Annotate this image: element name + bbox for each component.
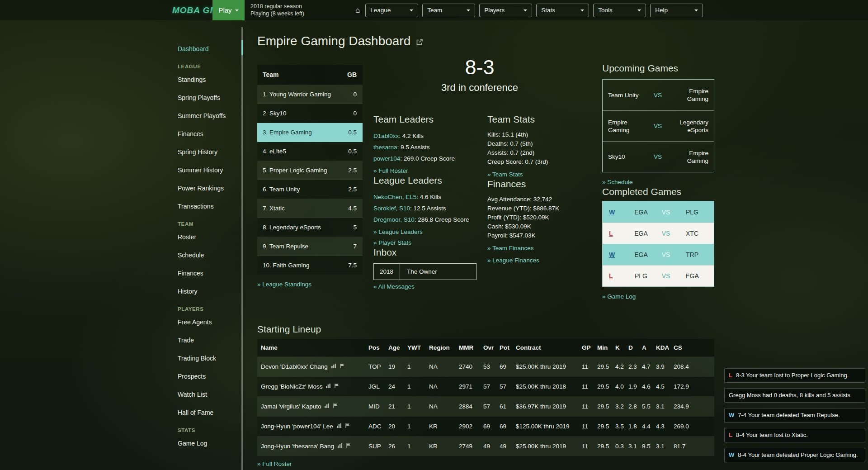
lineup-col-pot[interactable]: Pot xyxy=(496,339,512,357)
team-finances-link[interactable]: » Team Finances xyxy=(487,244,606,252)
lineup-col-k[interactable]: K xyxy=(612,339,625,357)
standings-row[interactable]: 6. Team Unity2.5 xyxy=(257,180,363,199)
sidebar-item-prospects[interactable]: Prospects xyxy=(166,367,241,385)
full-roster-link[interactable]: » Full Roster xyxy=(373,166,487,175)
lineup-col-a[interactable]: A xyxy=(638,339,652,357)
menu-tools[interactable]: Tools xyxy=(593,4,646,17)
standings-row[interactable]: 5. Proper Logic Gaming2.5 xyxy=(257,161,363,180)
external-link-icon[interactable] xyxy=(416,38,423,46)
standings-team[interactable]: 1. Young Warrior Gaming xyxy=(257,85,341,104)
sidebar-item-free-agents[interactable]: Free Agents xyxy=(166,313,241,331)
standings-row[interactable]: 1. Young Warrior Gaming0 xyxy=(257,85,363,104)
notification-toast[interactable]: L8-4 Your team lost to Xtatic. xyxy=(724,428,865,442)
sidebar-item-power-rankings[interactable]: Power Rankings xyxy=(166,179,241,197)
sidebar-item-dashboard[interactable]: Dashboard xyxy=(166,40,241,58)
lineup-col-cs[interactable]: CS xyxy=(670,339,714,357)
standings-team[interactable]: 7. Xtatic xyxy=(257,199,341,218)
league-leaders-link[interactable]: » League Leaders xyxy=(373,228,487,236)
lineup-col-pos[interactable]: Pos xyxy=(365,339,385,357)
bar-chart-icon[interactable] xyxy=(336,423,342,430)
flag-icon[interactable] xyxy=(333,403,338,410)
notification-toast[interactable]: L8-3 Your team lost to Proper Logic Gami… xyxy=(724,368,865,383)
game-result-link[interactable]: W xyxy=(609,251,627,258)
player-link[interactable]: D1abl0xx xyxy=(373,133,399,139)
sidebar-item-roster[interactable]: Roster xyxy=(166,228,241,246)
completed-game-row[interactable]: LPLGVSEGA xyxy=(603,265,714,286)
lineup-col-min[interactable]: Min xyxy=(594,339,612,357)
game-log-link[interactable]: » Game Log xyxy=(602,292,714,301)
sidebar-item-summer-playoffs[interactable]: Summer Playoffs xyxy=(166,107,241,125)
lineup-col-age[interactable]: Age xyxy=(385,339,404,357)
flag-icon[interactable] xyxy=(345,423,350,430)
flag-icon[interactable] xyxy=(346,443,351,450)
game-result-link[interactable]: L xyxy=(609,272,627,280)
app-logo[interactable]: MOBA GM xyxy=(172,0,217,20)
bar-chart-icon[interactable] xyxy=(337,443,343,450)
standings-row[interactable]: 3. Empire Gaming0.5 xyxy=(257,123,363,142)
menu-help[interactable]: Help xyxy=(650,4,703,17)
game-result-link[interactable]: L xyxy=(609,230,627,237)
standings-team[interactable]: 8. Legendary eSports xyxy=(257,218,341,237)
flag-icon[interactable] xyxy=(340,363,345,370)
menu-team[interactable]: Team xyxy=(422,4,475,17)
play-button[interactable]: Play xyxy=(212,0,245,20)
player-name-link[interactable]: Jong-Hyun 'thesarna' Bang xyxy=(261,443,334,450)
home-team-link[interactable]: Team Unity xyxy=(608,91,646,99)
player-name-link[interactable]: Jamal 'virgilus' Kaputo xyxy=(261,403,321,410)
menu-league[interactable]: League xyxy=(365,4,418,17)
player-link[interactable]: Dregmoor, S10 xyxy=(373,216,415,223)
sidebar-item-game-log[interactable]: Game Log xyxy=(166,434,241,452)
sidebar-scrollbar[interactable] xyxy=(241,27,243,470)
standings-row[interactable]: 4. eLite50.5 xyxy=(257,142,363,161)
league-finances-link[interactable]: » League Finances xyxy=(487,256,606,265)
sidebar-item-standings[interactable]: Standings xyxy=(166,71,241,89)
bar-chart-icon[interactable] xyxy=(324,403,330,410)
lineup-col-contract[interactable]: Contract xyxy=(512,339,578,357)
sidebar-item-finances[interactable]: Finances xyxy=(166,125,241,143)
sidebar-item-trading-block[interactable]: Trading Block xyxy=(166,349,241,367)
player-link[interactable]: power104 xyxy=(373,155,400,162)
standings-team[interactable]: 2. Sky10 xyxy=(257,104,341,123)
schedule-link[interactable]: » Schedule xyxy=(602,178,714,186)
inbox-message-row[interactable]: 2018 The Owner xyxy=(373,263,476,280)
sidebar-item-trade[interactable]: Trade xyxy=(166,331,241,349)
inbox-sender[interactable]: The Owner xyxy=(400,264,444,280)
notification-toast[interactable]: W8-4 Your team defeated Proper Logic Gam… xyxy=(724,448,865,462)
away-team-link[interactable]: Empire Gaming xyxy=(670,87,708,103)
menu-players[interactable]: Players xyxy=(479,4,532,17)
standings-team[interactable]: 6. Team Unity xyxy=(257,180,341,199)
lineup-col-mmr[interactable]: MMR xyxy=(455,339,480,357)
notification-toast[interactable]: W7-4 Your team defeated Team Repulse. xyxy=(724,408,865,423)
standings-team[interactable]: 9. Team Repulse xyxy=(257,237,341,256)
lineup-col-ovr[interactable]: Ovr xyxy=(480,339,496,357)
lineup-col-ywt[interactable]: YWT xyxy=(404,339,425,357)
game-result-link[interactable]: W xyxy=(609,209,627,216)
away-team-link[interactable]: Empire Gaming xyxy=(670,149,708,165)
scrollbar-thumb[interactable] xyxy=(241,40,243,55)
standings-row[interactable]: 2. Sky100 xyxy=(257,104,363,123)
sidebar-item-watch-list[interactable]: Watch List xyxy=(166,385,241,404)
player-link[interactable]: NekoChen, EL5 xyxy=(373,194,416,200)
player-name-link[interactable]: Devon 'D1abl0xx' Chang xyxy=(261,363,328,370)
standings-team[interactable]: 3. Empire Gaming xyxy=(257,123,341,142)
player-link[interactable]: thesarna xyxy=(373,144,397,151)
sidebar-item-history[interactable]: History xyxy=(166,282,241,300)
lineup-col-region[interactable]: Region xyxy=(425,339,455,357)
lineup-col-kda[interactable]: KDA xyxy=(652,339,670,357)
league-standings-link[interactable]: » League Standings xyxy=(257,280,363,289)
sidebar-item-spring-playoffs[interactable]: Spring Playoffs xyxy=(166,89,241,107)
sidebar-item-schedule[interactable]: Schedule xyxy=(166,246,241,264)
standings-team[interactable]: 10. Faith Gaming xyxy=(257,256,341,275)
player-name-link[interactable]: Jong-Hyun 'power104' Lee xyxy=(261,423,333,430)
completed-game-row[interactable]: WEGAVSTRP xyxy=(603,244,714,265)
team-stats-link[interactable]: » Team Stats xyxy=(487,170,606,179)
lineup-col-name[interactable]: Name xyxy=(257,339,365,357)
flag-icon[interactable] xyxy=(334,383,340,390)
standings-row[interactable]: 9. Team Repulse7 xyxy=(257,237,363,256)
lineup-col-d[interactable]: D xyxy=(625,339,638,357)
bar-chart-icon[interactable] xyxy=(326,383,331,390)
standings-team[interactable]: 4. eLite5 xyxy=(257,142,341,161)
away-team-link[interactable]: Legendary eSports xyxy=(670,119,708,134)
completed-game-row[interactable]: LEGAVSXTC xyxy=(603,223,714,244)
sidebar-item-hall-of-fame[interactable]: Hall of Fame xyxy=(166,404,241,422)
